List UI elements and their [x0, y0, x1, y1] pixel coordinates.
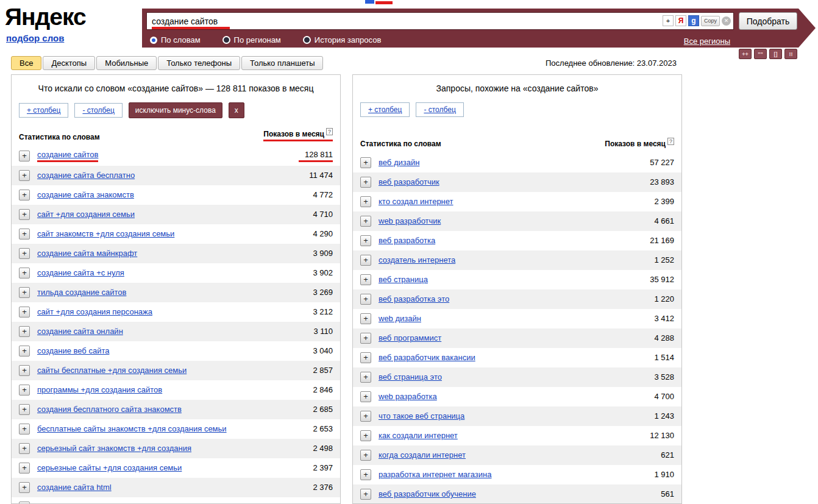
add-keyword-button[interactable]: + — [360, 274, 371, 285]
copy-button[interactable]: Copy — [701, 16, 720, 26]
add-keyword-button[interactable]: + — [19, 385, 30, 396]
add-keyword-button[interactable]: + — [360, 333, 371, 344]
add-keyword-button[interactable]: + — [360, 255, 371, 266]
submit-button[interactable]: Подобрать — [739, 12, 797, 30]
keyword-link[interactable]: web разработка — [379, 392, 437, 401]
keyword-link[interactable]: создание сайта бесплатно — [37, 171, 135, 180]
tab-all[interactable]: Все — [11, 56, 41, 70]
keyword-link[interactable]: создания бесплатного сайта знакомств — [37, 405, 182, 414]
google-favicon-icon[interactable]: g — [688, 15, 699, 26]
add-keyword-button[interactable]: + — [19, 443, 30, 454]
add-keyword-button[interactable]: + — [360, 391, 371, 402]
add-keyword-button[interactable]: + — [360, 411, 371, 422]
keyword-link[interactable]: веб страница это — [379, 372, 442, 382]
keyword-link[interactable]: создание сайтов — [37, 150, 98, 162]
operator-exclamation-icon[interactable]: !! — [784, 49, 797, 59]
close-button[interactable]: x — [229, 102, 244, 118]
add-column-button[interactable]: + столбец — [360, 102, 410, 117]
add-keyword-button[interactable]: + — [360, 294, 371, 305]
operator-plus-icon[interactable]: ++ — [739, 49, 752, 59]
add-keyword-button[interactable]: + — [360, 177, 371, 188]
keyword-link[interactable]: создание сайта онлайн — [37, 327, 123, 336]
keyword-link[interactable]: сайт знакомств +для создания семьи — [37, 229, 174, 238]
add-keyword-button[interactable]: + — [19, 482, 30, 493]
keyword-link[interactable]: веб разработчик — [379, 177, 439, 186]
add-keyword-button[interactable]: + — [360, 313, 371, 324]
add-keyword-button[interactable]: + — [360, 469, 371, 480]
keyword-link[interactable]: создатель интернета — [379, 255, 455, 264]
tab-mobile[interactable]: Мобильные — [96, 56, 157, 70]
keyword-link[interactable]: сайты бесплатные +для создания семьи — [37, 366, 187, 375]
add-keyword-button[interactable]: + — [360, 489, 371, 500]
add-keyword-button[interactable]: + — [19, 307, 30, 318]
add-keyword-button[interactable]: + — [360, 216, 371, 227]
add-keyword-button[interactable]: + — [360, 157, 371, 168]
radio-query-history[interactable]: История запросов — [303, 35, 382, 44]
search-input[interactable] — [147, 13, 733, 29]
remove-column-button[interactable]: - столбец — [416, 102, 463, 117]
keyword-link[interactable]: создание сайта html — [37, 483, 112, 492]
add-keyword-button[interactable]: + — [19, 287, 30, 298]
keyword-link[interactable]: бесплатные сайты знакомств +для создания… — [37, 424, 227, 433]
keyword-link[interactable]: веб страница — [379, 275, 428, 284]
keyword-link[interactable]: кто создал интернет — [379, 197, 453, 206]
add-keyword-button[interactable]: + — [19, 151, 30, 161]
keyword-link[interactable]: разработка интернет магазина — [379, 470, 492, 479]
add-keyword-button[interactable]: + — [19, 326, 30, 337]
help-icon[interactable]: ? — [667, 138, 674, 145]
add-keyword-button[interactable]: + — [19, 502, 30, 504]
keyword-link[interactable]: как создали интернет — [379, 431, 458, 440]
remove-column-button[interactable]: - столбец — [74, 103, 122, 118]
add-keyword-button[interactable]: + — [360, 352, 371, 363]
add-keyword-button[interactable]: + — [19, 209, 30, 220]
keyword-link[interactable]: программы +для создания сайтов — [37, 385, 162, 394]
add-keyword-button[interactable]: + — [19, 170, 30, 181]
add-keyword-button[interactable]: + — [19, 190, 30, 201]
keyword-link[interactable]: веб разработчик обучение — [379, 489, 476, 499]
keyword-link[interactable]: web дизайн — [379, 314, 421, 323]
add-keyword-button[interactable]: + — [19, 248, 30, 259]
add-keyword-button[interactable]: + — [19, 229, 30, 240]
add-keyword-button[interactable]: + — [19, 268, 30, 279]
add-keyword-button[interactable]: + — [19, 404, 30, 415]
yandex-favicon-icon[interactable]: Я — [675, 15, 686, 26]
exclude-minus-words-button[interactable]: исключить минус-слова — [129, 102, 222, 118]
tab-phones-only[interactable]: Только телефоны — [158, 56, 240, 70]
add-keyword-button[interactable]: + — [360, 196, 371, 207]
help-icon[interactable]: ? — [326, 128, 333, 135]
keyword-link[interactable]: сайт +для создания семьи — [37, 210, 135, 219]
radio-by-regions[interactable]: По регионам — [222, 35, 281, 44]
keyword-link[interactable]: что такое веб страница — [379, 411, 464, 421]
keyword-link[interactable]: тильда создание сайтов — [37, 288, 126, 297]
add-keyword-button[interactable]: + — [19, 424, 30, 435]
keyword-link[interactable]: серьезные сайты +для создания семьи — [37, 463, 182, 472]
add-keyword-button[interactable]: + — [360, 372, 371, 383]
keyword-link[interactable]: создание сайта майнкрафт — [37, 249, 137, 258]
keyword-link[interactable]: сайт +для создания персонажа — [37, 307, 152, 316]
plus-icon[interactable]: + — [663, 15, 674, 26]
keyword-link[interactable]: веб разработка — [379, 236, 435, 245]
operator-quotes-icon[interactable]: "" — [754, 49, 767, 59]
keyword-link[interactable]: создание сайта знакомств — [37, 190, 134, 199]
tab-desktops[interactable]: Десктопы — [43, 56, 95, 70]
add-keyword-button[interactable]: + — [19, 463, 30, 474]
tab-tablets-only[interactable]: Только планшеты — [241, 56, 323, 70]
clear-input-icon[interactable]: ✕ — [722, 16, 731, 26]
keyword-link[interactable]: создание веб сайта — [37, 346, 109, 355]
add-keyword-button[interactable]: + — [360, 430, 371, 441]
keyword-link[interactable]: веб дизайн — [379, 158, 419, 167]
radio-by-words[interactable]: По словам — [150, 35, 201, 44]
wordstat-service-link[interactable]: подбор слов — [6, 33, 64, 43]
add-keyword-button[interactable]: + — [19, 346, 30, 357]
keyword-link[interactable]: создание сайта +с нуля — [37, 268, 124, 277]
keyword-link[interactable]: web разработчик — [379, 216, 441, 225]
add-keyword-button[interactable]: + — [360, 235, 371, 246]
add-keyword-button[interactable]: + — [360, 450, 371, 461]
add-column-button[interactable]: + столбец — [19, 103, 68, 118]
add-keyword-button[interactable]: + — [19, 365, 30, 376]
operator-brackets-icon[interactable]: [] — [769, 49, 782, 59]
all-regions-link[interactable]: Все регионы — [684, 37, 730, 46]
keyword-link[interactable]: веб программист — [379, 333, 441, 343]
keyword-link[interactable]: серьезный сайт знакомств +для создания — [37, 444, 191, 453]
keyword-link[interactable]: веб разработка это — [379, 294, 449, 303]
